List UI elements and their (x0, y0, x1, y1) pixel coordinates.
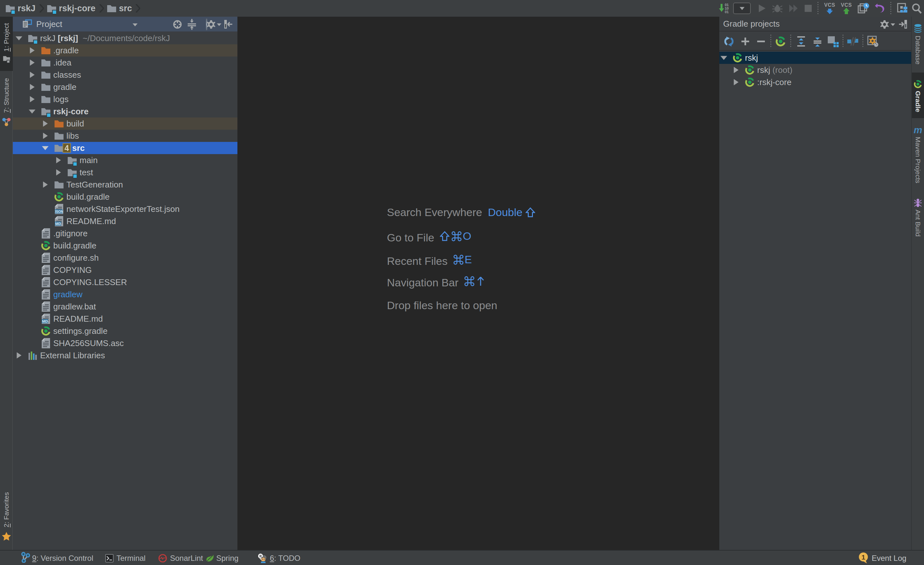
svg-text:VCS: VCS (841, 2, 852, 8)
svg-text:1: 1 (861, 553, 865, 561)
svg-text:VCS: VCS (824, 2, 835, 8)
svg-text:01: 01 (725, 10, 729, 14)
svg-text:m: m (914, 126, 922, 134)
